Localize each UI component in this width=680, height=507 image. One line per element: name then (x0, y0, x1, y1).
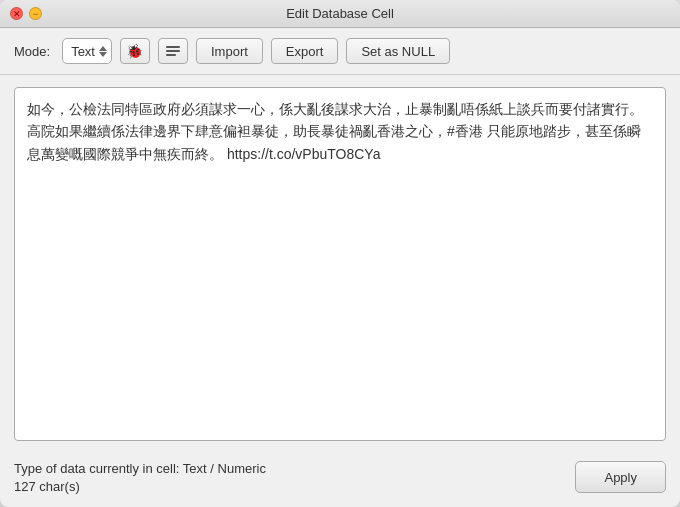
mode-value: Text (71, 44, 95, 59)
edit-database-cell-window: ✕ − Edit Database Cell Mode: Text 🐞 (0, 0, 680, 507)
status-bar: Type of data currently in cell: Text / N… (0, 453, 680, 507)
char-count-label: 127 char(s) (14, 479, 266, 494)
data-type-label: Type of data currently in cell: Text / N… (14, 461, 266, 476)
select-arrows-icon (99, 46, 107, 57)
text-align-button[interactable] (158, 38, 188, 64)
close-icon: ✕ (13, 9, 21, 19)
minimize-button[interactable]: − (29, 7, 42, 20)
mode-label: Mode: (14, 44, 50, 59)
title-bar: ✕ − Edit Database Cell (0, 0, 680, 28)
text-editor[interactable] (14, 87, 666, 441)
traffic-lights: ✕ − (10, 7, 42, 20)
mode-select[interactable]: Text (62, 38, 112, 64)
export-button[interactable]: Export (271, 38, 339, 64)
bug-icon: 🐞 (126, 43, 143, 59)
status-info: Type of data currently in cell: Text / N… (14, 461, 266, 494)
bug-icon-button[interactable]: 🐞 (120, 38, 150, 64)
window-title: Edit Database Cell (286, 6, 394, 21)
content-area (0, 75, 680, 453)
align-lines-icon (166, 46, 180, 56)
apply-button[interactable]: Apply (575, 461, 666, 493)
toolbar: Mode: Text 🐞 Import Export Set as NULL (0, 28, 680, 75)
close-button[interactable]: ✕ (10, 7, 23, 20)
import-button[interactable]: Import (196, 38, 263, 64)
set-null-button[interactable]: Set as NULL (346, 38, 450, 64)
minimize-icon: − (33, 9, 38, 19)
